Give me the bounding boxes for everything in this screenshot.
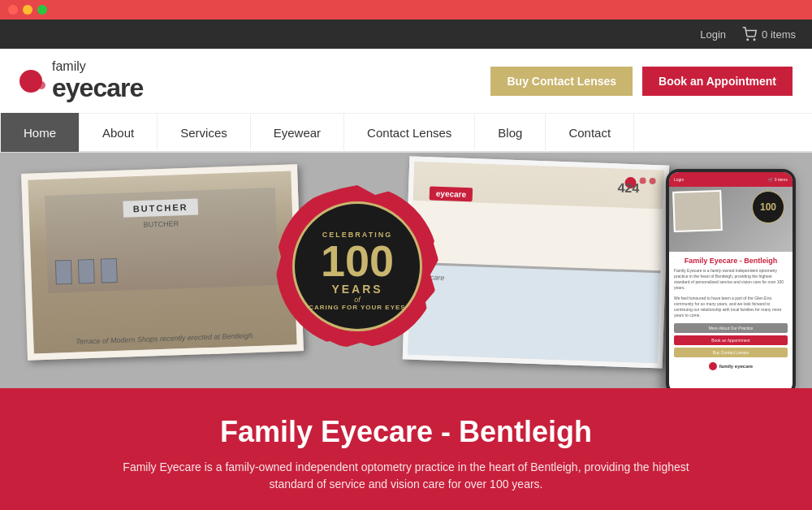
cart-icon — [742, 27, 757, 41]
window-chrome — [0, 0, 812, 19]
phone-appointment-button[interactable]: Book an Appointment — [674, 335, 788, 345]
phone-top-bar: Login 🛒 0 items — [669, 172, 793, 187]
badge-of-text: of — [354, 296, 361, 304]
store-facade: eyecare — [408, 200, 663, 363]
bottom-section: Family Eyecare - Bentleigh Family Eyecar… — [0, 388, 812, 510]
storefront-photo: eyecare 424 eyecare — [403, 156, 670, 368]
cart-button[interactable]: 0 items — [742, 27, 796, 41]
cart-count: 0 items — [762, 28, 796, 41]
logo-circle-small — [37, 81, 45, 89]
window-3 — [101, 258, 118, 283]
phone-content: Family Eyecare - Bentleigh Family Eyecar… — [669, 252, 793, 375]
nav-item-home[interactable]: Home — [0, 113, 80, 152]
butcher-sign: BUTCHER — [123, 198, 197, 217]
phone-badge-100: 100 — [760, 201, 776, 213]
store-number: 424 — [617, 180, 639, 196]
phone-contact-button[interactable]: Buy Contact Lenses — [674, 348, 788, 357]
header: family eyecare Buy Contact Lenses Book a… — [0, 49, 812, 114]
svg-point-0 — [747, 39, 749, 41]
phone-title: Family Eyecare - Bentleigh — [674, 257, 788, 265]
phone-logo-text: family eyecare — [719, 364, 753, 369]
book-appointment-button[interactable]: Book an Appointment — [642, 67, 793, 96]
nav-item-blog[interactable]: Blog — [475, 113, 546, 152]
header-buttons: Buy Contact Lenses Book an Appointment — [490, 67, 793, 96]
phone-screen: Login 🛒 0 items 100 Family Eyecare - Ben… — [669, 172, 793, 388]
top-bar: Login 0 items — [0, 19, 812, 49]
vintage-photo-inner: BUTCHER BUTCHER Terrace of Modern Shops … — [28, 171, 296, 353]
nav-item-contact[interactable]: Contact — [546, 113, 634, 152]
phone-cart: 🛒 0 items — [768, 177, 788, 182]
badge-circle: CELEBRATING 100 YEARS of CARING FOR YOUR… — [292, 201, 422, 331]
nav-item-eyewear[interactable]: Eyewear — [251, 113, 344, 152]
bottom-text: Family Eyecare is a family-owned indepen… — [122, 459, 690, 493]
nav-item-contact-lenses[interactable]: Contact Lenses — [344, 113, 475, 152]
badge-caring-text: CARING FOR YOUR EYES — [309, 304, 405, 311]
svg-point-1 — [754, 39, 755, 41]
badge-number: 100 — [321, 239, 394, 283]
phone-more-button[interactable]: More About Our Practice — [674, 323, 788, 333]
close-dot[interactable] — [8, 5, 18, 15]
store-window: eyecare — [408, 261, 661, 363]
phone-description: Family Eyecare is a family-owned indepen… — [674, 268, 788, 291]
nav-item-services[interactable]: Services — [158, 113, 251, 152]
main-nav: Home About Services Eyewear Contact Lens… — [0, 114, 812, 153]
buy-contact-lenses-button[interactable]: Buy Contact Lenses — [490, 67, 633, 96]
minimize-dot[interactable] — [23, 5, 32, 15]
store-dot-3 — [649, 178, 655, 184]
phone-hero: 100 — [669, 187, 793, 252]
badge-years-text: YEARS — [331, 283, 382, 296]
building-windows — [55, 258, 118, 285]
anniversary-badge: CELEBRATING 100 YEARS of CARING FOR YOUR… — [276, 185, 438, 348]
logo-text: family eyecare — [52, 59, 143, 102]
vintage-photo: BUTCHER BUTCHER Terrace of Modern Shops … — [21, 164, 304, 361]
bottom-title: Family Eyecare - Bentleigh — [220, 415, 592, 449]
phone-badge: 100 — [752, 191, 784, 223]
logo-dots — [19, 70, 45, 93]
nav-item-about[interactable]: About — [80, 113, 158, 152]
login-link[interactable]: Login — [700, 28, 726, 41]
website: Login 0 items family eyecare Buy Contact… — [0, 19, 812, 510]
photo-caption: Terrace of Modern Shops recently erected… — [40, 331, 290, 348]
phone-logo-dot — [709, 362, 717, 370]
building-body: BUTCHER BUTCHER — [45, 188, 279, 293]
phone-logo: family eyecare — [674, 362, 788, 370]
butcher-building: BUTCHER BUTCHER — [45, 188, 279, 321]
store-dot-2 — [639, 177, 646, 184]
logo-eyecare-text: eyecare — [52, 74, 143, 102]
storefront-inner: eyecare 424 eyecare — [408, 162, 664, 364]
hero-section: BUTCHER BUTCHER Terrace of Modern Shops … — [0, 153, 812, 388]
phone-login: Login — [674, 177, 684, 182]
logo[interactable]: family eyecare — [19, 59, 143, 102]
phone-description-2: We feel honoured to have been a part of … — [674, 296, 788, 318]
logo-family-text: family — [52, 59, 143, 74]
window-1 — [55, 260, 72, 285]
window-2 — [78, 259, 95, 284]
butcher-sign2: BUTCHER — [143, 219, 179, 229]
maximize-dot[interactable] — [37, 5, 47, 15]
phone-mockup: Login 🛒 0 items 100 Family Eyecare - Ben… — [666, 169, 796, 388]
